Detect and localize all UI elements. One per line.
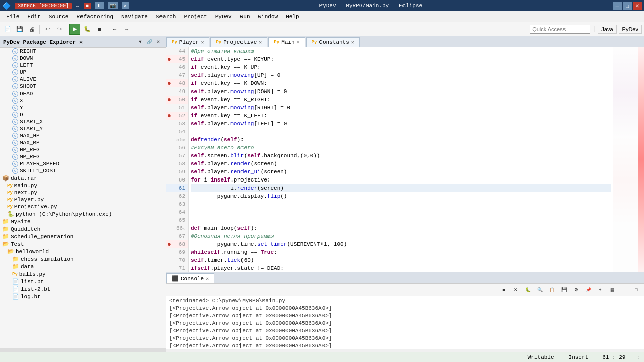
sidebar-item-quidditch[interactable]: 📁Quidditch — [0, 225, 166, 233]
console-debug-button[interactable]: 🐛 — [522, 284, 533, 295]
redo-button[interactable]: ↪ — [54, 24, 65, 35]
sidebar-item-playerpy[interactable]: PyPlayer.py — [0, 196, 166, 203]
tab-projective[interactable]: PyProjective✕ — [210, 37, 267, 47]
sidebar-item-schedulegeneration[interactable]: 📁Schedule_generation — [0, 233, 166, 240]
sidebar-item-nextpy[interactable]: Pynext.py — [0, 189, 166, 196]
sidebar-item-up[interactable]: vUP — [0, 69, 166, 76]
sidebar-item-maxmp[interactable]: vMAX_MP — [0, 139, 166, 146]
sidebar-item-data[interactable]: 📁data — [0, 263, 166, 270]
sidebar-item-d[interactable]: vD — [0, 111, 166, 118]
sidebar-collapse-button[interactable]: ▼ — [136, 38, 144, 46]
sidebar-resize-handle[interactable] — [0, 348, 166, 352]
sidebar-item-list2bt[interactable]: 📄list-2.bt — [0, 285, 166, 293]
stop-btn[interactable]: ✕ — [122, 2, 129, 9]
print-button[interactable]: 🖨 — [26, 24, 37, 35]
menu-item-edit[interactable]: Edit — [23, 13, 44, 21]
java-perspective-button[interactable]: Java — [598, 25, 616, 34]
sidebar-item-logbt[interactable]: 📄log.bt — [0, 293, 166, 300]
minimize-button[interactable]: ─ — [613, 2, 622, 10]
save-button[interactable]: 💾 — [14, 24, 25, 35]
sidebar-item-mpreg[interactable]: vMP_REG — [0, 153, 166, 160]
tab-close-player[interactable]: ✕ — [201, 39, 204, 45]
console-close-button[interactable]: ✕ — [510, 284, 521, 295]
sidebar-item-alive[interactable]: vALIVE — [0, 76, 166, 83]
code-editor[interactable]: 44●454647●4849●5051●52535455 ○5657585960… — [166, 47, 644, 272]
console-copy-button[interactable]: 📋 — [546, 284, 557, 295]
console-maximize-button[interactable]: □ — [631, 284, 642, 295]
sidebar-item-y[interactable]: vY — [0, 104, 166, 111]
camera-btn[interactable]: 📷 — [108, 2, 118, 9]
console-layout-button[interactable]: ▦ — [607, 284, 618, 295]
menu-item-source[interactable]: Source — [45, 13, 73, 21]
sidebar-link-button[interactable]: 🔗 — [145, 38, 153, 46]
sidebar-item-mysite[interactable]: 📁MySite — [0, 218, 166, 225]
menu-item-window[interactable]: Window — [254, 13, 282, 21]
sidebar-item-starty[interactable]: vSTART_Y — [0, 125, 166, 132]
sidebar-item-projectivepy[interactable]: PyProjective.py — [0, 203, 166, 210]
sidebar-close-button[interactable]: ✕ — [154, 38, 163, 46]
sidebar-item-skill1cost[interactable]: vSKILL1_COST — [0, 167, 166, 174]
sidebar-item-shoot[interactable]: vSHOOT — [0, 83, 166, 90]
sidebar-item-playerspeed[interactable]: vPLAYER_SPEED — [0, 160, 166, 167]
code-content[interactable]: #При отжатии клавиш elif event.type == K… — [189, 47, 613, 272]
new-button[interactable]: 📄 — [2, 24, 13, 35]
sidebar-item-pythoncpythonpythonexe[interactable]: 🐍python (C:\Python\python.exe) — [0, 210, 166, 218]
tree-item-label: LEFT — [20, 62, 33, 68]
menu-item-navigate[interactable]: Navigate — [117, 13, 152, 21]
tab-player[interactable]: PyPlayer✕ — [166, 37, 209, 47]
separator-3 — [107, 25, 107, 34]
var-icon: v — [12, 55, 18, 61]
sidebar-item-maxhp[interactable]: vMAX_HP — [0, 132, 166, 139]
menu-item-search[interactable]: Search — [152, 13, 180, 21]
console-terminate-button[interactable]: ■ — [498, 284, 509, 295]
sidebar-item-x[interactable]: vX — [0, 97, 166, 104]
console-tab-close[interactable]: ✕ — [206, 276, 209, 282]
console-scrollbar[interactable] — [166, 349, 644, 352]
close-button[interactable]: ✕ — [633, 2, 642, 10]
debug-button[interactable]: 🐛 — [82, 24, 93, 35]
code-scrollbar[interactable] — [638, 47, 644, 272]
console-options-button[interactable]: ⚙ — [571, 284, 582, 295]
sidebar-item-ballspy[interactable]: Pyballs.py — [0, 270, 166, 278]
sidebar-item-test[interactable]: 📂Test — [0, 240, 166, 248]
pydev-perspective-button[interactable]: PyDev — [619, 25, 642, 34]
run-button[interactable]: ▶ — [69, 24, 80, 35]
pause-btn[interactable]: ⏸ — [95, 2, 104, 9]
record-btn[interactable]: ■ — [84, 3, 91, 9]
console-search-button[interactable]: 🔍 — [534, 284, 545, 295]
forward-button[interactable]: → — [121, 24, 132, 35]
console-pin-button[interactable]: 📌 — [583, 284, 594, 295]
sidebar-item-listbt[interactable]: 📄list.bt — [0, 278, 166, 285]
tab-close-main[interactable]: ✕ — [297, 39, 300, 45]
console-minimize-button[interactable]: _ — [619, 284, 630, 295]
console-tab[interactable]: ⬛ Console ✕ — [166, 273, 214, 283]
tab-constants[interactable]: PyConstants✕ — [306, 37, 360, 47]
sidebar-item-chesssimulation[interactable]: 📁chess_simulation — [0, 255, 166, 263]
back-button[interactable]: ← — [109, 24, 120, 35]
menu-item-pydev[interactable]: PyDev — [211, 13, 236, 21]
maximize-button[interactable]: □ — [623, 2, 632, 10]
sidebar-item-hpreg[interactable]: vHP_REG — [0, 146, 166, 153]
console-save-button[interactable]: 💾 — [558, 284, 570, 295]
sidebar-item-datarar[interactable]: 📦data.rar — [0, 174, 166, 182]
sidebar-item-right[interactable]: vRIGHT — [0, 48, 166, 55]
menu-item-file[interactable]: File — [2, 13, 23, 21]
sidebar-item-dead[interactable]: vDEAD — [0, 90, 166, 97]
menu-item-refactoring[interactable]: Refactoring — [72, 13, 117, 21]
sidebar-item-helloworld[interactable]: 📂helloworld — [0, 248, 166, 255]
quick-access-input[interactable] — [530, 25, 590, 34]
tab-close-constants[interactable]: ✕ — [351, 39, 354, 45]
sidebar-item-startx[interactable]: vSTART_X — [0, 118, 166, 125]
menu-item-run[interactable]: Run — [236, 13, 254, 21]
sidebar-item-left[interactable]: vLEFT — [0, 62, 166, 69]
sidebar-item-down[interactable]: vDOWN — [0, 55, 166, 62]
tab-main[interactable]: PyMain✕ — [268, 37, 305, 47]
stop-run-button[interactable]: ⏹ — [94, 24, 105, 35]
menu-item-project[interactable]: Project — [180, 13, 211, 21]
sidebar-item-mainpy[interactable]: PyMain.py — [0, 182, 166, 189]
menu-item-help[interactable]: Help — [282, 13, 303, 21]
console-new-button[interactable]: + — [595, 284, 606, 295]
tab-close-projective[interactable]: ✕ — [259, 39, 262, 45]
undo-button[interactable]: ↩ — [42, 24, 53, 35]
tree-item-label: data — [21, 264, 34, 270]
